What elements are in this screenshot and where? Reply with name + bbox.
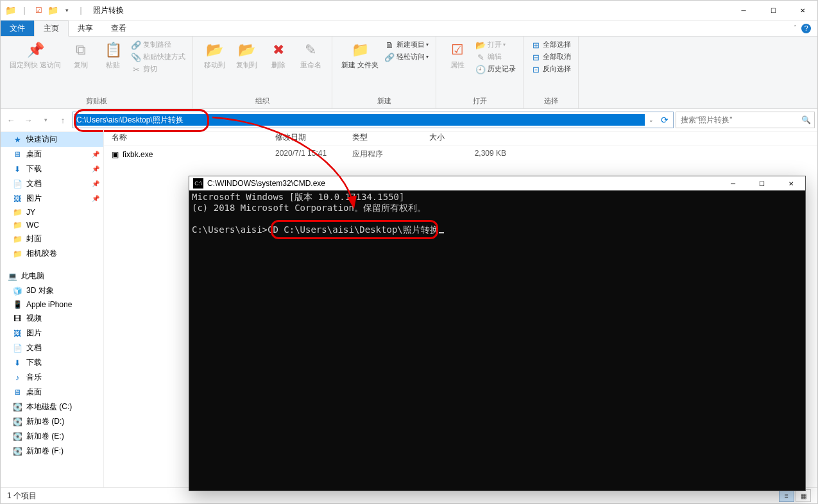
qat-open-icon[interactable]: 📁	[47, 4, 58, 16]
sidebar-desktop2[interactable]: 🖥桌面	[1, 385, 103, 399]
column-headers[interactable]: 名称 修改日期 类型 大小	[104, 130, 817, 146]
navbar: ← → ▾ ↑ ⌄ ⟳ 🔍	[1, 109, 817, 131]
delete-button[interactable]: ✖删除	[262, 39, 294, 71]
copyto-button[interactable]: 📂复制到	[230, 39, 262, 71]
qat-properties-icon[interactable]: ☑	[33, 4, 44, 16]
tab-view[interactable]: 查看	[102, 21, 135, 36]
sidebar-thispc[interactable]: 💻此电脑	[1, 269, 103, 283]
sidebar-documents[interactable]: 📄文档📌	[1, 176, 103, 191]
cut-button[interactable]: ✂剪切	[129, 63, 159, 75]
sidebar-downloads[interactable]: ⬇下载📌	[1, 162, 103, 176]
tab-share[interactable]: 共享	[69, 21, 102, 36]
sidebar-quickaccess[interactable]: ★快速访问	[1, 132, 103, 147]
copy-button[interactable]: ⧉复制	[65, 39, 97, 71]
sidebar-downloads2[interactable]: ⬇下载	[1, 355, 103, 370]
nav-recent-icon[interactable]: ▾	[38, 112, 53, 128]
view-large-icon[interactable]: ▦	[796, 489, 811, 502]
title-sep: |	[75, 4, 87, 16]
cmd-title: C:\WINDOWS\system32\CMD.exe	[207, 179, 325, 188]
tab-home[interactable]: 主页	[34, 21, 69, 37]
cmd-close-button[interactable]: ✕	[776, 176, 805, 190]
refresh-icon[interactable]: ⟳	[658, 115, 672, 125]
sidebar-diske[interactable]: 💽新加卷 (E:)	[1, 429, 103, 444]
sidebar-diskf[interactable]: 💽新加卷 (F:)	[1, 444, 103, 458]
close-button[interactable]: ✕	[788, 1, 817, 20]
titlebar: 📁 | ☑ 📁 ▾ | 照片转换 ─ ☐ ✕	[1, 1, 817, 21]
nav-forward-icon[interactable]: →	[21, 112, 36, 128]
pin-icon: 📌	[92, 180, 99, 187]
properties-button[interactable]: ☑属性	[441, 39, 473, 71]
easyaccess-button[interactable]: 🔗轻松访问▾	[382, 51, 430, 63]
col-type[interactable]: 类型	[352, 132, 429, 143]
maximize-button[interactable]: ☐	[758, 1, 788, 20]
sidebar-diskc[interactable]: 💽本地磁盘 (C:)	[1, 399, 103, 414]
sidebar-iphone[interactable]: 📱Apple iPhone	[1, 298, 103, 311]
sidebar-videos[interactable]: 🎞视频	[1, 311, 103, 326]
ribbon-tabs: 文件 主页 共享 查看 ˆ ?	[1, 21, 817, 37]
exe-icon: ▣	[112, 150, 119, 159]
sidebar-3dobjects[interactable]: 🧊3D 对象	[1, 283, 103, 298]
group-select-label: 选择	[544, 95, 558, 107]
search-icon[interactable]: 🔍	[801, 115, 811, 124]
rename-button[interactable]: ✎重命名	[294, 39, 327, 71]
pin-icon: 📌	[92, 165, 99, 172]
col-date[interactable]: 修改日期	[275, 132, 352, 143]
qat-dropdown-icon[interactable]: ▾	[61, 4, 72, 16]
sidebar-folder-jy[interactable]: 📁JY	[1, 206, 103, 219]
group-open-label: 打开	[473, 95, 487, 107]
edit-button[interactable]: ✎编辑	[473, 51, 504, 63]
selectall-button[interactable]: ⊞全部选择	[529, 39, 573, 51]
copypath-button[interactable]: 🔗复制路径	[129, 39, 173, 51]
tab-file[interactable]: 文件	[1, 21, 34, 36]
newfolder-button[interactable]: 📁新建 文件夹	[337, 39, 382, 71]
col-name[interactable]: 名称	[112, 132, 275, 143]
item-count: 1 个项目	[7, 491, 37, 501]
search-input[interactable]	[679, 115, 801, 125]
group-clipboard-label: 剪贴板	[86, 95, 107, 107]
address-dropdown-icon[interactable]: ⌄	[645, 117, 658, 123]
search-box[interactable]: 🔍	[676, 112, 815, 128]
cmd-body[interactable]: Microsoft Windows [版本 10.0.17134.1550] (…	[189, 190, 805, 258]
sidebar-folder-cameraroll[interactable]: 📁相机胶卷	[1, 246, 103, 261]
collapse-ribbon-icon[interactable]: ˆ	[794, 25, 796, 32]
help-icon[interactable]: ?	[801, 24, 811, 33]
pasteshortcut-button[interactable]: 📎粘贴快捷方式	[129, 51, 187, 63]
col-size[interactable]: 大小	[429, 132, 506, 143]
cmd-window[interactable]: C:\ C:\WINDOWS\system32\CMD.exe ─ ☐ ✕ Mi…	[189, 176, 806, 491]
cmd-maximize-button[interactable]: ☐	[747, 176, 776, 190]
sidebar-pictures[interactable]: 🖼图片📌	[1, 191, 103, 206]
sidebar-desktop[interactable]: 🖥桌面📌	[1, 147, 103, 162]
view-details-icon[interactable]: ≡	[779, 489, 794, 502]
moveto-button[interactable]: 📂移动到	[198, 39, 230, 71]
invertselect-button[interactable]: ⊡反向选择	[529, 63, 573, 75]
selectnone-button[interactable]: ⊟全部取消	[529, 51, 573, 63]
ribbon: 📌固定到快 速访问 ⧉复制 📋粘贴 🔗复制路径 📎粘贴快捷方式 ✂剪切 剪贴板 …	[1, 37, 817, 109]
sidebar-folder-wc[interactable]: 📁WC	[1, 219, 103, 231]
address-input[interactable]	[74, 114, 645, 126]
group-organize-label: 组织	[255, 95, 269, 107]
sidebar-documents2[interactable]: 📄文档	[1, 340, 103, 355]
cmd-titlebar[interactable]: C:\ C:\WINDOWS\system32\CMD.exe ─ ☐ ✕	[189, 176, 805, 190]
newitem-button[interactable]: 🗎新建项目▾	[382, 39, 430, 51]
address-bar[interactable]: ⌄ ⟳	[72, 112, 674, 128]
sidebar-folder-cover[interactable]: 📁封面	[1, 231, 103, 246]
window-title: 照片转换	[87, 5, 124, 16]
cmd-minimize-button[interactable]: ─	[719, 176, 747, 190]
sidebar-pictures2[interactable]: 🖼图片	[1, 326, 103, 340]
sidebar-music[interactable]: ♪音乐	[1, 370, 103, 385]
group-new-label: 新建	[377, 95, 391, 107]
pin-quickaccess-button[interactable]: 📌固定到快 速访问	[6, 39, 65, 71]
nav-back-icon[interactable]: ←	[3, 112, 19, 128]
paste-button[interactable]: 📋粘贴	[97, 39, 129, 71]
folder-icon: 📁	[4, 4, 16, 16]
minimize-button[interactable]: ─	[729, 1, 758, 20]
sidebar-diskd[interactable]: 💽新加卷 (D:)	[1, 414, 103, 429]
sidebar[interactable]: ★快速访问 🖥桌面📌 ⬇下载📌 📄文档📌 🖼图片📌 📁JY 📁WC 📁封面 📁相…	[1, 130, 104, 488]
open-button[interactable]: 📂打开▾	[473, 39, 507, 51]
pin-icon: 📌	[92, 151, 99, 158]
pin-icon: 📌	[92, 195, 99, 202]
file-row[interactable]: ▣fixbk.exe 2020/7/1 15:41 应用程序 2,309 KB	[104, 146, 817, 162]
nav-up-icon[interactable]: ↑	[55, 112, 71, 128]
qat-sep: |	[19, 4, 30, 16]
history-button[interactable]: 🕘历史记录	[473, 63, 518, 75]
